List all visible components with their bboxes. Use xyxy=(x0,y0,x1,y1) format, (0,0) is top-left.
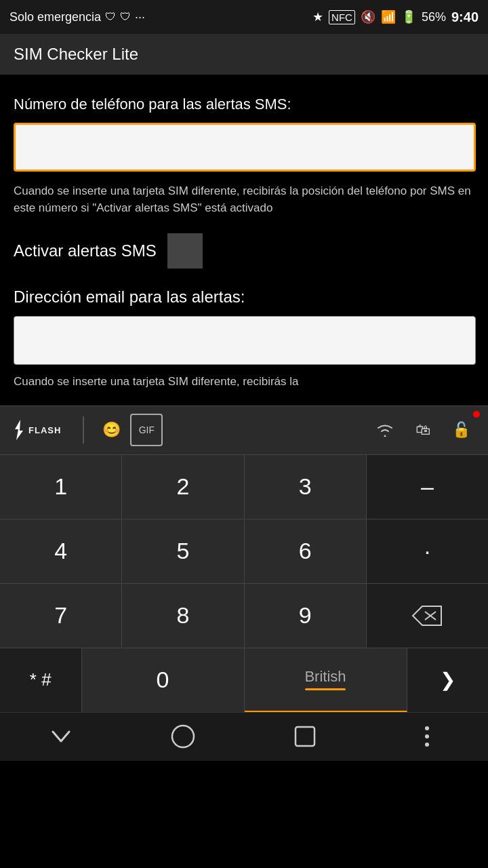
keyboard-row-1: 1 2 3 – xyxy=(0,454,488,519)
key-dot[interactable]: · xyxy=(367,519,488,583)
key-4[interactable]: 4 xyxy=(0,519,122,583)
email-field-label: Dirección email para las alertas: xyxy=(14,288,474,307)
app-bar: SIM Checker Lite xyxy=(0,34,488,75)
bottom-nav xyxy=(0,712,488,761)
shield-icon: 🛡 xyxy=(105,11,116,23)
key-language[interactable]: British xyxy=(245,648,407,712)
home-icon xyxy=(169,723,197,750)
key-1[interactable]: 1 xyxy=(0,455,122,519)
main-content: Número de teléfono para las alertas SMS:… xyxy=(0,75,488,406)
carrier-text: Solo emergencia xyxy=(9,10,101,24)
key-6[interactable]: 6 xyxy=(245,519,367,583)
key-arrow-right[interactable]: ❯ xyxy=(407,648,489,712)
key-backspace[interactable] xyxy=(367,584,488,648)
time-display: 9:40 xyxy=(451,9,479,25)
gif-icon[interactable]: GIF xyxy=(130,414,163,446)
menu-icon xyxy=(424,724,430,749)
keyboard-wifi-icon[interactable] xyxy=(369,414,401,446)
svg-marker-0 xyxy=(15,420,23,440)
status-bar: Solo emergencia 🛡 🛡 ··· ★ NFC 🔇 📶 🔋 56% … xyxy=(0,0,488,34)
phone-field-label: Número de teléfono para las alertas SMS: xyxy=(14,95,474,115)
svg-rect-4 xyxy=(296,727,314,746)
bag-icon[interactable]: 🛍 xyxy=(407,414,439,446)
red-dot xyxy=(473,411,480,418)
app-title: SIM Checker Lite xyxy=(14,45,138,64)
flash-label: FLASH xyxy=(28,425,61,435)
toolbar-divider xyxy=(83,416,84,443)
key-3[interactable]: 3 xyxy=(245,455,367,519)
key-5[interactable]: 5 xyxy=(122,519,244,583)
flash-logo: FLASH xyxy=(11,420,61,440)
recents-icon xyxy=(293,724,317,749)
key-0[interactable]: 0 xyxy=(82,648,245,712)
svg-point-6 xyxy=(425,734,429,738)
wifi-svg xyxy=(375,422,395,437)
shield-icon2: 🛡 xyxy=(120,11,131,23)
sms-toggle-row: Activar alertas SMS xyxy=(14,233,474,269)
key-dash[interactable]: – xyxy=(367,455,488,519)
lock-icon[interactable]: 🔓 xyxy=(445,414,477,446)
svg-point-5 xyxy=(425,726,429,730)
numeric-keyboard: 1 2 3 – 4 5 6 · 7 8 9 * # 0 British xyxy=(0,454,488,712)
key-2[interactable]: 2 xyxy=(122,455,244,519)
bluetooth-icon: ★ xyxy=(312,9,323,24)
sms-toggle-label: Activar alertas SMS xyxy=(14,241,157,260)
mute-icon: 🔇 xyxy=(361,9,375,24)
email-input[interactable] xyxy=(14,316,476,365)
svg-point-3 xyxy=(172,726,194,747)
svg-point-7 xyxy=(425,743,429,747)
keyboard-toolbar: FLASH 😊 GIF 🛍 🔓 xyxy=(0,406,488,454)
backspace-svg xyxy=(410,604,444,628)
key-7[interactable]: 7 xyxy=(0,584,122,648)
key-9[interactable]: 9 xyxy=(245,584,367,648)
key-8[interactable]: 8 xyxy=(122,584,244,648)
phone-input[interactable] xyxy=(14,123,476,172)
sms-toggle-checkbox[interactable] xyxy=(167,233,203,269)
keyboard-row-3: 7 8 9 xyxy=(0,583,488,648)
email-hint-partial: Cuando se inserte una tarjeta SIM difere… xyxy=(14,373,474,392)
phone-hint: Cuando se inserte una tarjeta SIM difere… xyxy=(14,182,474,217)
battery-icon: 🔋 xyxy=(401,9,416,24)
emoji-icon[interactable]: 😊 xyxy=(95,414,127,446)
flash-icon xyxy=(11,420,26,440)
lang-underline xyxy=(305,688,346,690)
keyboard-row-4: * # 0 British ❯ xyxy=(0,648,488,712)
back-icon xyxy=(47,726,75,747)
battery-percent: 56% xyxy=(422,10,446,24)
more-icon: ··· xyxy=(135,10,145,24)
nfc-icon: NFC xyxy=(329,10,355,24)
key-star-hash[interactable]: * # xyxy=(0,648,82,712)
keyboard-row-2: 4 5 6 · xyxy=(0,519,488,583)
nav-back-button[interactable] xyxy=(34,719,88,753)
lang-label: British xyxy=(304,668,346,686)
nav-menu-button[interactable] xyxy=(400,719,454,753)
nav-home-button[interactable] xyxy=(156,719,210,753)
wifi-icon: 📶 xyxy=(381,9,396,24)
nav-recents-button[interactable] xyxy=(278,719,332,753)
